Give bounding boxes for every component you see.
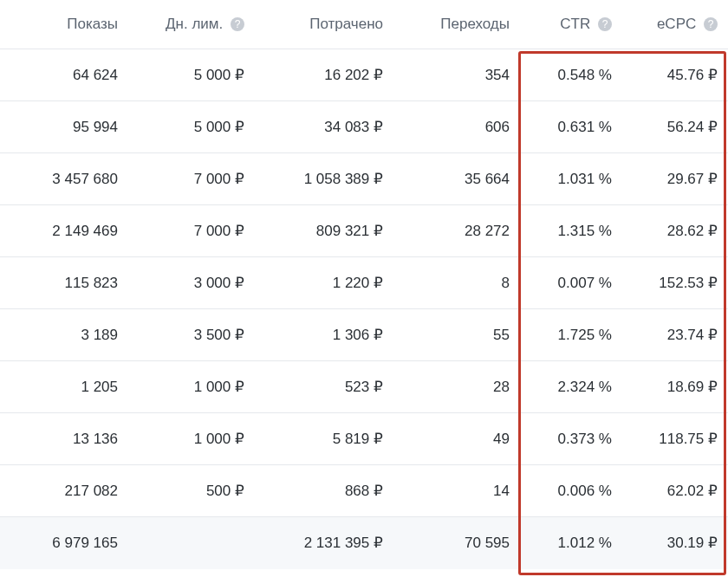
cell-impressions: 13 136 [0, 413, 128, 465]
cell-daily_limit: 1 000 ₽ [128, 361, 255, 413]
table-row[interactable]: 217 082500 ₽868 ₽140.006 %62.02 ₽ [0, 465, 728, 517]
cell-ecpc: 118.75 ₽ [622, 413, 728, 465]
cell-clicks: 354 [393, 49, 520, 101]
total-daily_limit [128, 517, 255, 569]
help-icon[interactable]: ? [231, 17, 244, 31]
table-header-row: Показы Дн. лим. ? Потрачено Переходы CTR… [0, 0, 728, 49]
col-daily-limit[interactable]: Дн. лим. ? [128, 0, 255, 49]
col-ctr-label: CTR [560, 16, 590, 32]
table-row[interactable]: 64 6245 000 ₽16 202 ₽3540.548 %45.76 ₽ [0, 49, 728, 101]
cell-impressions: 3 189 [0, 309, 128, 361]
table-total-row: 6 979 1652 131 395 ₽70 5951.012 %30.19 ₽ [0, 517, 728, 569]
total-ecpc: 30.19 ₽ [622, 517, 728, 569]
cell-spent: 16 202 ₽ [255, 49, 393, 101]
cell-spent: 5 819 ₽ [255, 413, 393, 465]
stats-table: Показы Дн. лим. ? Потрачено Переходы CTR… [0, 0, 728, 569]
cell-daily_limit: 1 000 ₽ [128, 413, 255, 465]
cell-impressions: 3 457 680 [0, 153, 128, 205]
col-spent[interactable]: Потрачено [255, 0, 393, 49]
cell-clicks: 8 [393, 257, 520, 309]
cell-clicks: 35 664 [393, 153, 520, 205]
cell-ecpc: 152.53 ₽ [622, 257, 728, 309]
total-impressions: 6 979 165 [0, 517, 128, 569]
col-ecpc[interactable]: eCPC ? [622, 0, 728, 49]
cell-spent: 1 058 389 ₽ [255, 153, 393, 205]
cell-daily_limit: 5 000 ₽ [128, 49, 255, 101]
table-row[interactable]: 1 2051 000 ₽523 ₽282.324 %18.69 ₽ [0, 361, 728, 413]
cell-daily_limit: 5 000 ₽ [128, 101, 255, 153]
table-row[interactable]: 13 1361 000 ₽5 819 ₽490.373 %118.75 ₽ [0, 413, 728, 465]
cell-daily_limit: 7 000 ₽ [128, 205, 255, 257]
cell-ecpc: 45.76 ₽ [622, 49, 728, 101]
col-spent-label: Потрачено [309, 16, 383, 32]
table-row[interactable]: 115 8233 000 ₽1 220 ₽80.007 %152.53 ₽ [0, 257, 728, 309]
cell-clicks: 28 [393, 361, 520, 413]
cell-ctr: 2.324 % [520, 361, 622, 413]
total-clicks: 70 595 [393, 517, 520, 569]
col-impressions-label: Показы [67, 16, 118, 32]
cell-ctr: 0.007 % [520, 257, 622, 309]
cell-daily_limit: 3 500 ₽ [128, 309, 255, 361]
cell-spent: 523 ₽ [255, 361, 393, 413]
cell-impressions: 95 994 [0, 101, 128, 153]
cell-clicks: 55 [393, 309, 520, 361]
cell-clicks: 14 [393, 465, 520, 517]
table-row[interactable]: 3 457 6807 000 ₽1 058 389 ₽35 6641.031 %… [0, 153, 728, 205]
col-ctr[interactable]: CTR ? [520, 0, 622, 49]
cell-daily_limit: 3 000 ₽ [128, 257, 255, 309]
cell-ctr: 0.548 % [520, 49, 622, 101]
col-clicks-label: Переходы [440, 16, 510, 32]
cell-ctr: 0.631 % [520, 101, 622, 153]
cell-spent: 1 306 ₽ [255, 309, 393, 361]
cell-clicks: 28 272 [393, 205, 520, 257]
cell-impressions: 2 149 469 [0, 205, 128, 257]
cell-clicks: 606 [393, 101, 520, 153]
cell-impressions: 115 823 [0, 257, 128, 309]
cell-ecpc: 18.69 ₽ [622, 361, 728, 413]
cell-ecpc: 29.67 ₽ [622, 153, 728, 205]
cell-spent: 809 321 ₽ [255, 205, 393, 257]
cell-ctr: 0.373 % [520, 413, 622, 465]
cell-clicks: 49 [393, 413, 520, 465]
table-row[interactable]: 3 1893 500 ₽1 306 ₽551.725 %23.74 ₽ [0, 309, 728, 361]
col-clicks[interactable]: Переходы [393, 0, 520, 49]
table-row[interactable]: 2 149 4697 000 ₽809 321 ₽28 2721.315 %28… [0, 205, 728, 257]
cell-daily_limit: 500 ₽ [128, 465, 255, 517]
cell-daily_limit: 7 000 ₽ [128, 153, 255, 205]
cell-spent: 1 220 ₽ [255, 257, 393, 309]
cell-spent: 868 ₽ [255, 465, 393, 517]
table-row[interactable]: 95 9945 000 ₽34 083 ₽6060.631 %56.24 ₽ [0, 101, 728, 153]
cell-ctr: 1.725 % [520, 309, 622, 361]
cell-spent: 34 083 ₽ [255, 101, 393, 153]
cell-ctr: 1.031 % [520, 153, 622, 205]
help-icon[interactable]: ? [704, 17, 718, 31]
cell-impressions: 1 205 [0, 361, 128, 413]
col-impressions[interactable]: Показы [0, 0, 128, 49]
total-ctr: 1.012 % [520, 517, 622, 569]
total-spent: 2 131 395 ₽ [255, 517, 393, 569]
cell-ecpc: 56.24 ₽ [622, 101, 728, 153]
col-daily-limit-label: Дн. лим. [166, 16, 223, 32]
help-icon[interactable]: ? [598, 17, 612, 31]
cell-ecpc: 23.74 ₽ [622, 309, 728, 361]
cell-ecpc: 62.02 ₽ [622, 465, 728, 517]
cell-ctr: 0.006 % [520, 465, 622, 517]
cell-ecpc: 28.62 ₽ [622, 205, 728, 257]
col-ecpc-label: eCPC [657, 16, 696, 32]
cell-ctr: 1.315 % [520, 205, 622, 257]
cell-impressions: 217 082 [0, 465, 128, 517]
cell-impressions: 64 624 [0, 49, 128, 101]
